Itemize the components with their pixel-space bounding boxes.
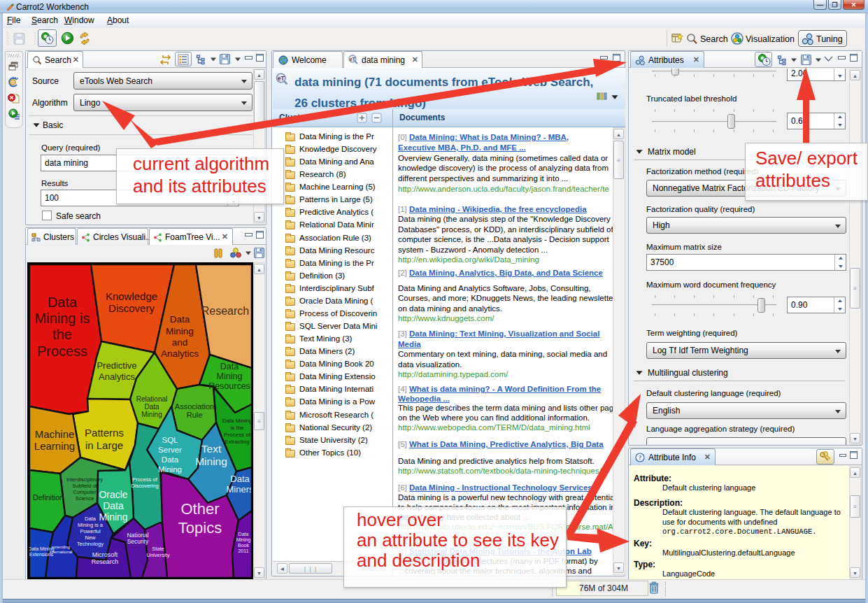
svg-text:Data: Data [239, 532, 249, 537]
svg-text:Oracle: Oracle [99, 489, 127, 500]
svg-text:Server: Server [158, 446, 182, 454]
svg-text:SQL: SQL [162, 436, 178, 444]
svg-text:Data: Data [103, 500, 124, 511]
svg-text:State: State [152, 546, 164, 552]
svg-text:the: the [52, 327, 72, 342]
svg-text:Analytics: Analytics [161, 348, 199, 359]
svg-text:Microsoft: Microsoft [92, 551, 118, 558]
svg-text:Mining: Mining [217, 371, 243, 381]
svg-text:Mining is a: Mining is a [78, 522, 104, 528]
svg-text:Topics: Topics [178, 519, 222, 537]
svg-text:Extracting: Extracting [225, 439, 250, 445]
svg-text:Research: Research [201, 305, 249, 317]
svg-text:Machine: Machine [35, 428, 75, 440]
svg-text:University: University [147, 552, 170, 558]
svg-text:Data Mining: Data Mining [222, 418, 251, 424]
svg-text:2011: 2011 [238, 548, 248, 553]
svg-text:Powerful: Powerful [80, 528, 101, 534]
svg-text:?: ? [639, 454, 642, 461]
svg-text:Book: Book [238, 543, 249, 548]
svg-text:Mining: Mining [158, 465, 182, 474]
svg-text:Data: Data [220, 362, 239, 371]
svg-text:Interdisciplinary: Interdisciplinary [66, 476, 103, 483]
svg-text:Text: Text [201, 443, 222, 455]
svg-text:Mining: Mining [236, 537, 251, 543]
svg-text:Data: Data [48, 295, 78, 310]
svg-text:Discovery: Discovery [108, 302, 155, 314]
svg-text:Mining: Mining [195, 455, 227, 467]
svg-text:Predictive: Predictive [97, 360, 136, 371]
svg-text:Technology: Technology [77, 541, 104, 547]
svg-text:Association: Association [175, 402, 214, 411]
svg-text:Security: Security [127, 538, 149, 545]
svg-text:Process of: Process of [132, 476, 157, 483]
svg-text:Relational: Relational [136, 395, 167, 403]
svg-text:Process: Process [37, 343, 87, 359]
svg-text:Analytics: Analytics [99, 371, 136, 382]
svg-text:eT: eT [278, 75, 285, 82]
svg-text:Process of: Process of [224, 432, 251, 438]
svg-text:Patterns: Patterns [85, 427, 124, 439]
svg-text:is the: is the [230, 425, 244, 431]
svg-text:Computer: Computer [73, 489, 97, 495]
svg-text:Mining is: Mining is [35, 311, 90, 326]
svg-text:New: New [85, 534, 96, 541]
svg-text:Data Mining: Data Mining [29, 546, 55, 552]
svg-text:Learning: Learning [34, 440, 75, 452]
svg-text:Knowledge: Knowledge [106, 290, 157, 302]
svg-text:Mining: Mining [141, 411, 162, 418]
svg-text:Definition: Definition [33, 493, 64, 502]
svg-text:in Large: in Large [85, 439, 123, 451]
svg-text:Data: Data [144, 403, 159, 411]
svg-text:Data: Data [230, 474, 250, 484]
svg-text:extending: extending [52, 545, 70, 549]
svg-text:Miners: Miners [226, 484, 251, 495]
svg-text:Data: Data [85, 516, 97, 522]
svg-text:Extensions: Extensions [29, 552, 54, 557]
svg-text:Mining: Mining [166, 326, 194, 336]
svg-text:Data: Data [162, 455, 179, 464]
svg-text:and: and [172, 337, 188, 348]
svg-text:Resources: Resources [208, 381, 250, 391]
svg-text:Science: Science [76, 495, 94, 502]
svg-text:Rule: Rule [187, 411, 203, 419]
svg-text:Data: Data [170, 314, 190, 325]
svg-text:Mining: Mining [99, 511, 127, 523]
svg-text:eT: eT [350, 57, 356, 62]
svg-text:Discovering: Discovering [131, 483, 158, 489]
svg-text:Other: Other [180, 500, 219, 518]
svg-text:Subfield of: Subfield of [72, 483, 97, 489]
svg-text:Research: Research [92, 558, 119, 565]
